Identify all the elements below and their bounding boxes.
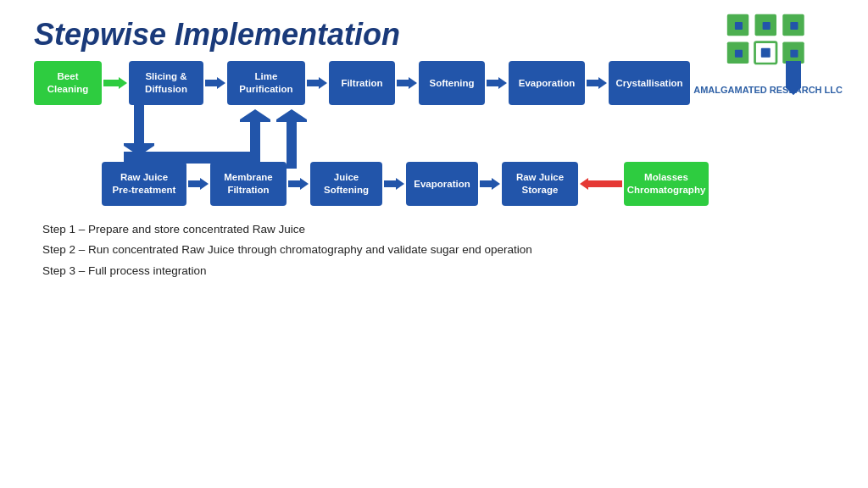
slide: AMALGAMATED RESEARCH LLC Stepwise Implem… [0,0,868,488]
arrow-lime-to-filtration [307,75,327,91]
membrane-filtration-box: MembraneFiltration [210,162,287,206]
step-2: Step 2 – Run concentrated Raw Juice thro… [42,240,834,260]
svg-marker-18 [124,105,154,156]
svg-rect-8 [735,50,743,58]
step-3: Step 3 – Full process integration [42,261,834,281]
steps-section: Step 1 – Prepare and store concentrated … [42,219,834,281]
raw-juice-storage-box: Raw JuiceStorage [502,162,578,206]
svg-marker-24 [288,178,309,190]
svg-marker-23 [188,178,209,190]
arrow-softening-to-evaporation [487,75,507,91]
svg-rect-5 [735,22,743,30]
bottom-row: Raw JuicePre-treatment MembraneFiltratio… [102,162,834,206]
crystallisation-box: Crystallisation [609,61,690,105]
svg-marker-13 [205,77,225,89]
svg-rect-6 [763,22,771,30]
arrow-crystallisation-to-molasses [786,61,801,95]
svg-marker-26 [480,178,500,190]
arrow-evaporation2-to-storage [480,176,500,191]
filtration-box: Filtration [329,61,395,105]
svg-marker-12 [103,77,127,89]
step-1: Step 1 – Prepare and store concentrated … [42,219,834,240]
flow-diagram: BeetCleaning Slicing &Diffusion LimePuri… [34,61,834,206]
arrow-juice-to-evaporation2 [384,176,404,191]
beet-cleaning-box: BeetCleaning [34,61,102,105]
arrow-raw-to-membrane [188,176,209,191]
evaporation2-box: Evaporation [406,162,478,206]
svg-marker-14 [307,77,327,89]
arrow-beet-to-slicing [103,75,127,91]
molasses-chromatography-box: MolassesChromatography [624,162,709,206]
svg-marker-17 [587,77,607,89]
svg-marker-15 [397,77,417,89]
raw-juice-pretreatment-box: Raw JuicePre-treatment [102,162,186,206]
arrow-slicing-to-lime [205,75,225,91]
svg-rect-9 [790,50,798,58]
juice-softening-box: JuiceSoftening [310,162,382,206]
arrow-membrane-to-juice-softening [288,176,309,191]
arrow-filtration-to-softening [397,75,417,91]
svg-marker-20 [276,109,307,169]
arrow-evaporation-to-crystallisation [587,75,607,91]
routing-arrows [102,105,822,169]
svg-marker-25 [384,178,404,190]
svg-rect-11 [761,48,771,58]
svg-marker-16 [487,77,507,89]
red-arrow-storage-to-molasses [580,176,622,191]
top-row: BeetCleaning Slicing &Diffusion LimePuri… [34,61,834,105]
lime-purification-box: LimePurification [227,61,305,105]
evaporation-box: Evaporation [509,61,585,105]
svg-marker-27 [580,178,622,190]
svg-rect-7 [790,22,798,30]
slicing-diffusion-box: Slicing &Diffusion [129,61,203,105]
svg-rect-29 [790,61,797,86]
softening-box: Softening [419,61,485,105]
